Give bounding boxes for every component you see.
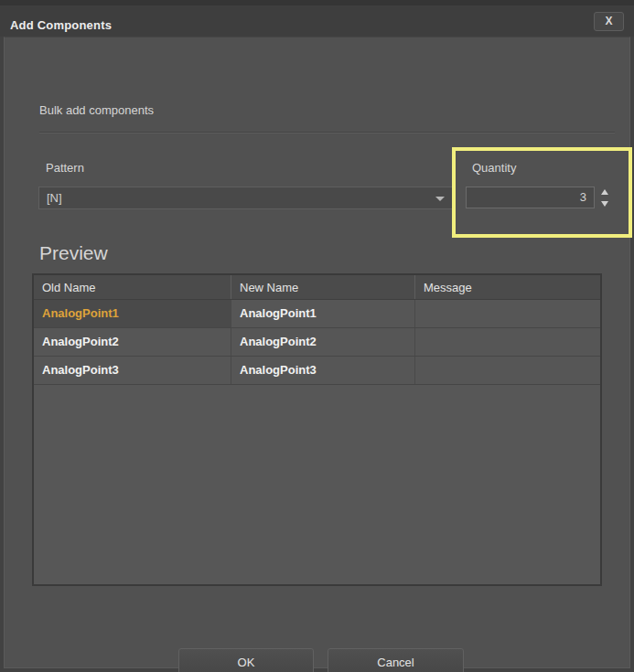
- cancel-button[interactable]: Cancel: [328, 648, 464, 672]
- pattern-dropdown[interactable]: [N]: [38, 187, 453, 209]
- quantity-input[interactable]: 3: [466, 187, 595, 208]
- column-header-new-name[interactable]: New Name: [231, 275, 414, 299]
- add-components-dialog: Add Components X Bulk add components Pat…: [0, 0, 634, 672]
- ok-button[interactable]: OK: [178, 648, 314, 672]
- bulk-add-description: Bulk add components: [39, 103, 154, 117]
- column-header-message[interactable]: Message: [414, 275, 600, 299]
- close-button[interactable]: X: [594, 12, 624, 31]
- section-divider: [39, 132, 615, 133]
- dialog-titlebar[interactable]: Add Components: [0, 5, 634, 37]
- close-icon: X: [605, 15, 612, 27]
- table-row: AnalogPoint2 AnalogPoint2: [34, 328, 600, 357]
- spin-up-button[interactable]: [598, 187, 611, 197]
- quantity-spinner: [598, 187, 611, 208]
- cell-old-name[interactable]: AnalogPoint2: [34, 328, 231, 356]
- chevron-down-icon: [435, 197, 445, 201]
- column-header-old-name[interactable]: Old Name: [34, 275, 231, 299]
- cell-message[interactable]: [414, 328, 600, 356]
- cell-message[interactable]: [414, 357, 600, 384]
- preview-table: Old Name New Name Message AnalogPoint1 A…: [32, 273, 602, 586]
- table-header-row: Old Name New Name Message: [34, 275, 600, 300]
- preview-heading: Preview: [39, 242, 108, 264]
- cell-new-name[interactable]: AnalogPoint3: [231, 357, 414, 384]
- cell-old-name[interactable]: AnalogPoint3: [34, 357, 231, 384]
- table-row: AnalogPoint3 AnalogPoint3: [34, 357, 600, 385]
- table-row: AnalogPoint1 AnalogPoint1: [34, 300, 600, 328]
- cell-new-name[interactable]: AnalogPoint2: [231, 328, 414, 356]
- dialog-content: Bulk add components Pattern [N] Quantity…: [4, 37, 630, 668]
- dialog-title: Add Components: [10, 18, 112, 32]
- spin-down-button[interactable]: [598, 197, 611, 208]
- quantity-label: Quantity: [472, 161, 516, 175]
- pattern-label: Pattern: [46, 161, 84, 175]
- pattern-selected-value: [N]: [47, 191, 62, 205]
- cell-new-name[interactable]: AnalogPoint1: [231, 300, 414, 327]
- cell-old-name[interactable]: AnalogPoint1: [34, 300, 231, 327]
- cell-message[interactable]: [414, 300, 600, 327]
